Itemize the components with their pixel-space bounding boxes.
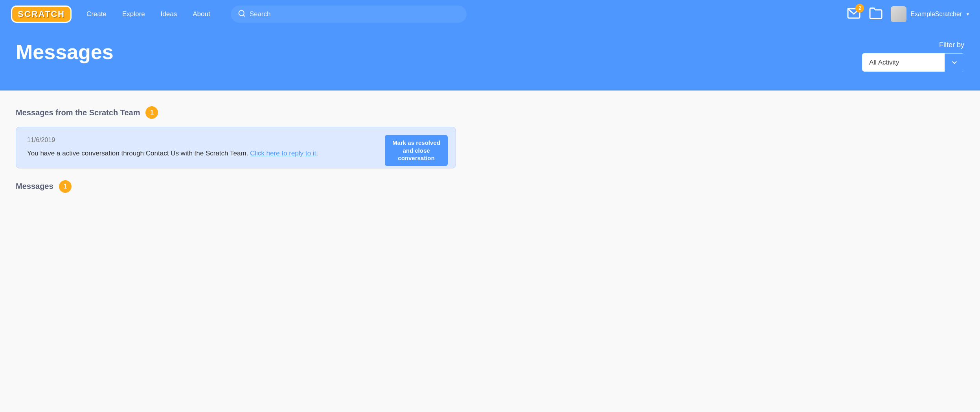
scratch-team-section-header: Messages from the Scratch Team 1 [16,106,456,119]
main-content: Messages from the Scratch Team 1 11/6/20… [0,91,472,201]
search-bar[interactable] [231,6,467,23]
navbar: SCRATCH Create Explore Ideas About 2 [0,0,980,28]
search-input[interactable] [250,10,460,18]
message-date: 11/6/2019 [27,137,445,144]
nav-link-about[interactable]: About [186,7,217,21]
message-text-after: . [316,150,318,157]
messages-section-title: Messages [16,182,53,191]
nav-link-ideas[interactable]: Ideas [154,7,184,21]
resolve-button[interactable]: Mark as resolved and close conversation [385,135,448,166]
reply-link[interactable]: Click here to reply to it [250,150,316,157]
chevron-down-icon [951,59,958,66]
avatar-image [891,6,906,22]
chevron-down-icon: ▾ [967,11,969,17]
filter-area: Filter by All Activity Comments Projects… [862,41,964,72]
filter-select[interactable]: All Activity Comments Projects Studios F… [862,53,945,72]
avatar [891,6,906,22]
svg-line-1 [243,15,245,17]
username-label: ExampleScratcher [910,11,962,18]
scratch-team-count-badge: 1 [145,106,158,119]
message-text-before: You have a active conversation through C… [27,150,248,157]
message-card: 11/6/2019 You have a active conversation… [16,127,456,168]
message-body: You have a active conversation through C… [27,148,445,159]
nav-links: Create Explore Ideas About [79,7,217,21]
nav-link-create[interactable]: Create [79,7,114,21]
messages-icon-wrap[interactable]: 2 [847,6,861,22]
folder-icon-wrap[interactable] [869,6,883,22]
search-icon [238,9,246,19]
messages-count-badge: 1 [59,180,72,193]
user-area[interactable]: ExampleScratcher ▾ [891,6,969,22]
folder-icon [869,6,883,20]
page-title: Messages [16,41,114,63]
filter-label: Filter by [939,41,964,49]
filter-select-wrap[interactable]: All Activity Comments Projects Studios F… [862,53,964,72]
nav-link-explore[interactable]: Explore [115,7,152,21]
scratch-logo[interactable]: SCRATCH [11,6,72,23]
notification-badge: 2 [855,4,864,13]
nav-right: 2 ExampleScratcher ▾ [847,6,969,22]
filter-dropdown-arrow[interactable] [945,54,964,72]
banner: Messages Filter by All Activity Comments… [0,28,980,91]
messages-section-header: Messages 1 [16,180,456,193]
scratch-team-section-title: Messages from the Scratch Team [16,108,140,117]
